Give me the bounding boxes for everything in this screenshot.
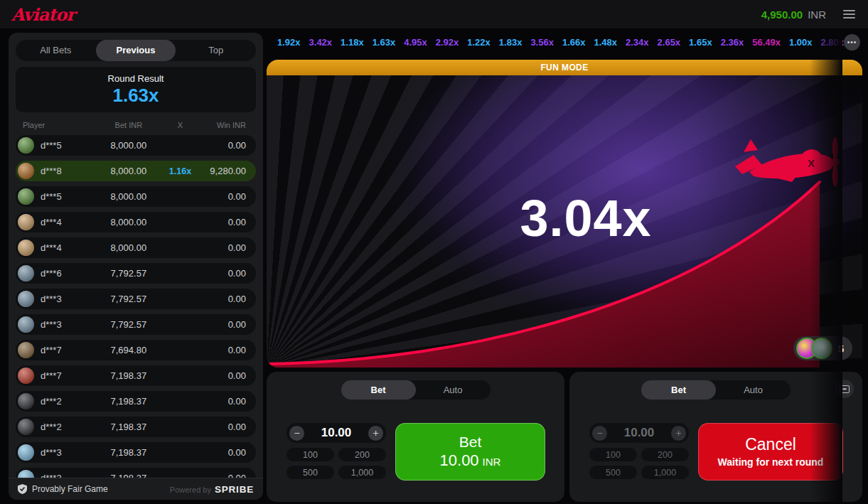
round-result-label: Round Result — [108, 73, 164, 84]
table-row: d***2 7,198.37 0.00 — [16, 417, 256, 437]
quick-amount-button[interactable]: 100 — [286, 448, 334, 461]
player-cell: d***2 — [16, 419, 95, 435]
bet-auto-toggle: Bet Auto — [341, 380, 491, 400]
history-multiplier[interactable]: 1.63x — [373, 37, 396, 48]
history-multiplier[interactable]: 2.34x — [626, 37, 649, 48]
avatar — [18, 188, 34, 205]
plus-button[interactable]: + — [368, 426, 383, 441]
tab-top[interactable]: Top — [176, 40, 256, 61]
bet-controls: − 10.00 + 100 200 500 1,000 — [286, 423, 545, 481]
bet-amount: 8,000.00 — [95, 140, 163, 151]
bet-amount: 7,792.57 — [95, 319, 163, 330]
hamburger-menu-icon[interactable] — [842, 7, 857, 21]
amount-value[interactable]: 10.00 — [607, 426, 671, 440]
balance-currency: INR — [808, 9, 826, 21]
table-row: d***6 7,792.57 0.00 — [16, 263, 256, 284]
tab-previous[interactable]: Previous — [96, 40, 176, 61]
quick-amount-button[interactable]: 100 — [589, 448, 637, 461]
history-multiplier[interactable]: 1.18x — [341, 37, 364, 48]
avatar — [18, 137, 34, 154]
history-multiplier[interactable]: 1.48x — [594, 37, 617, 48]
table-row: d***5 8,000.00 0.00 — [16, 135, 256, 156]
bet-amount: 8,000.00 — [95, 217, 163, 227]
history-multiplier[interactable]: 1.66x — [562, 37, 586, 48]
powered-by-spribe[interactable]: Powered by SPRIBE — [170, 484, 254, 495]
sidebar-footer: Provably Fair Game Powered by SPRIBE — [9, 478, 263, 500]
cancel-button-title: Cancel — [745, 436, 796, 454]
bet-button-currency: INR — [483, 456, 501, 468]
avatar — [18, 444, 34, 461]
player-cell: d***5 — [16, 137, 95, 154]
bets-sidebar: All Bets Previous Top Round Result 1.63x… — [9, 33, 263, 500]
quick-amounts: 100 200 500 1,000 — [286, 448, 386, 479]
plus-button[interactable]: + — [671, 426, 686, 441]
amount-stepper: − 10.00 + — [589, 423, 689, 443]
history-multiplier[interactable]: 1.65x — [689, 37, 712, 48]
table-row: d***4 8,000.00 0.00 — [16, 212, 256, 232]
toggle-bet[interactable]: Bet — [341, 380, 416, 400]
powered-by-label: Powered by — [170, 486, 211, 494]
fun-mode-banner: FUN MODE — [267, 60, 862, 75]
win-amount: 0.00 — [198, 319, 256, 330]
bet-amount: 7,198.37 — [95, 447, 163, 458]
quick-amount-button[interactable]: 1,000 — [641, 466, 689, 479]
quick-amount-button[interactable]: 500 — [286, 466, 334, 479]
waiting-label: Waiting for next round — [718, 456, 824, 468]
place-bet-button[interactable]: Bet 10.00 INR — [395, 423, 545, 481]
round-result-card: Round Result 1.63x — [16, 67, 256, 112]
bet-amount: 7,198.37 — [95, 370, 163, 381]
minus-button[interactable]: − — [592, 426, 607, 441]
history-multiplier[interactable]: 1.92x — [277, 37, 301, 48]
quick-amount-button[interactable]: 1,000 — [338, 466, 386, 479]
header-player: Player — [16, 121, 95, 129]
win-amount: 9,280.00 — [198, 166, 256, 176]
amount-value[interactable]: 10.00 — [304, 426, 368, 440]
avatar — [18, 368, 34, 384]
bet-amount: 7,198.37 — [95, 396, 163, 407]
player-name: d***5 — [41, 140, 62, 151]
history-more-button[interactable]: ••• — [844, 34, 860, 50]
history-multiplier[interactable]: 1.22x — [467, 37, 491, 48]
provably-fair[interactable]: Provably Fair Game — [18, 484, 108, 494]
quick-amount-button[interactable]: 200 — [338, 448, 386, 461]
quick-amount-button[interactable]: 200 — [641, 448, 689, 461]
bet-button-title: Bet — [459, 434, 482, 451]
avatar — [18, 291, 34, 307]
player-cell: d***4 — [16, 240, 95, 256]
player-cell: d***2 — [16, 393, 95, 409]
main-column: 1.92x 3.42x 1.18x 1.63x 4.95x 2.92x 1.22… — [267, 33, 862, 504]
bet-controls: − 10.00 + 100 200 500 1,000 — [589, 423, 843, 481]
history-multiplier[interactable]: 2.92x — [436, 37, 459, 48]
tab-all-bets[interactable]: All Bets — [16, 40, 96, 61]
history-multiplier[interactable]: 56.49x — [752, 37, 781, 48]
win-amount: 0.00 — [198, 396, 256, 407]
toggle-auto[interactable]: Auto — [416, 380, 491, 400]
table-row: d***3 7,198.37 0.00 — [16, 442, 256, 463]
player-cell: d***3 — [16, 316, 95, 333]
bets-tabs: All Bets Previous Top — [16, 40, 256, 61]
history-multiplier[interactable]: 2.65x — [658, 37, 681, 48]
avatar — [18, 163, 34, 179]
history-multiplier[interactable]: 2.36x — [721, 37, 744, 48]
history-multiplier[interactable]: 3.42x — [309, 37, 333, 48]
quick-amount-button[interactable]: 500 — [589, 466, 637, 479]
round-result-value: 1.63x — [112, 85, 159, 107]
minus-button[interactable]: − — [289, 426, 304, 441]
player-name: d***3 — [41, 447, 62, 458]
history-multiplier[interactable]: 4.95x — [404, 37, 427, 48]
history-multiplier[interactable]: 1.83x — [499, 37, 523, 48]
avatar — [18, 393, 34, 409]
win-amount: 0.00 — [198, 191, 256, 202]
toggle-bet[interactable]: Bet — [641, 380, 716, 400]
player-name: d***3 — [41, 319, 62, 330]
player-cell: d***7 — [16, 368, 95, 384]
history-multiplier[interactable]: 3.56x — [530, 37, 554, 48]
cashout-multiplier: 1.16x — [162, 166, 198, 176]
history-fade — [810, 33, 842, 504]
history-multiplier[interactable]: 1.00x — [789, 37, 813, 48]
toggle-auto[interactable]: Auto — [716, 380, 791, 400]
shield-check-icon — [18, 484, 27, 494]
amount-stepper: − 10.00 + — [286, 423, 386, 443]
table-row: d***7 7,198.37 0.00 — [16, 365, 256, 386]
table-row: d***4 8,000.00 0.00 — [16, 237, 256, 258]
